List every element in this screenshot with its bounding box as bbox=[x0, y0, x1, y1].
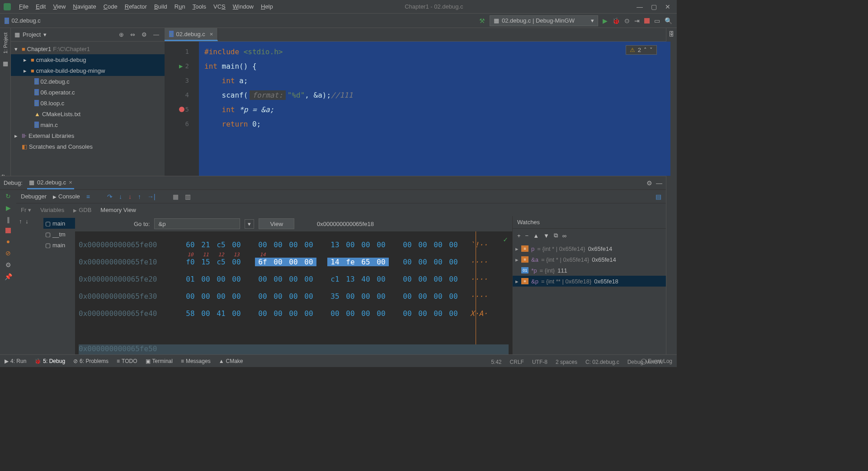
memory-byte[interactable]: 00 bbox=[400, 240, 415, 249]
menu-help[interactable]: Help bbox=[257, 3, 277, 10]
tree-file[interactable]: c08.loop.c bbox=[11, 98, 165, 108]
memory-byte[interactable]: 00 bbox=[229, 240, 244, 249]
up-icon[interactable]: ˄ bbox=[644, 47, 647, 53]
step-over-icon[interactable]: ↷ bbox=[107, 193, 113, 200]
memory-byte[interactable]: 00 bbox=[373, 240, 389, 249]
gutter-line[interactable]: 4 bbox=[165, 88, 193, 102]
memory-byte[interactable]: 00 bbox=[446, 309, 461, 318]
memory-byte[interactable]: 13 bbox=[327, 240, 343, 249]
force-step-icon[interactable]: ↓ bbox=[128, 193, 132, 200]
tree-file[interactable]: ▲CMakeLists.txt bbox=[11, 108, 165, 119]
run-button[interactable]: ▶ bbox=[603, 17, 608, 24]
memory-byte[interactable]: 35 bbox=[327, 292, 343, 301]
debug-tool-tab[interactable]: 🐞 5: Debug bbox=[34, 358, 65, 364]
database-icon[interactable]: 🗄 bbox=[666, 28, 677, 38]
gear-icon[interactable]: ⚙ bbox=[140, 31, 149, 38]
memory-byte[interactable]: 00 bbox=[373, 275, 389, 283]
memory-byte[interactable]: 21 bbox=[198, 240, 213, 249]
tree-folder[interactable]: ▸■ cmake-build-debug-mingw bbox=[11, 65, 165, 76]
down-icon[interactable]: ˅ bbox=[650, 47, 653, 53]
coverage-button[interactable]: ⊙ bbox=[624, 17, 630, 24]
memory-byte[interactable]: 00 bbox=[358, 309, 373, 318]
cmake-tool-tab[interactable]: ▲ CMake bbox=[219, 358, 243, 364]
problems-tool-tab[interactable]: ⊘ 6: Problems bbox=[73, 358, 108, 364]
menu-file[interactable]: File bbox=[15, 3, 32, 10]
breakpoints-icon[interactable]: ● bbox=[6, 238, 10, 245]
memory-subtab[interactable]: Memory View bbox=[100, 207, 136, 213]
menu-refactor[interactable]: Refactor bbox=[121, 3, 151, 10]
memory-byte[interactable]: 00 bbox=[270, 309, 286, 318]
menu-code[interactable]: Code bbox=[100, 3, 121, 10]
frames-subtab[interactable]: Fr ▾ bbox=[21, 207, 31, 213]
memory-row[interactable]: 0x000000000065fe006021c50000000000130000… bbox=[79, 236, 509, 253]
tree-file[interactable]: c02.debug.c bbox=[11, 76, 165, 87]
console-tab[interactable]: Console bbox=[53, 193, 80, 200]
watch-row[interactable]: ▸≡p = {int * | 0x65fe14} 0x65fe14 bbox=[513, 243, 666, 254]
pause-icon[interactable]: ∥ bbox=[7, 216, 10, 223]
memory-byte[interactable]: 00 bbox=[301, 240, 316, 249]
memory-byte[interactable]: 00 bbox=[270, 240, 286, 249]
attach-button[interactable]: ⇥ bbox=[634, 17, 640, 24]
target-icon[interactable]: ⊕ bbox=[117, 31, 126, 38]
maximize-button[interactable]: ▢ bbox=[651, 3, 657, 10]
memory-byte[interactable]: 00 bbox=[270, 275, 286, 283]
memory-byte[interactable]: 00 bbox=[415, 309, 430, 318]
memory-byte[interactable]: 00 bbox=[286, 240, 301, 249]
run-config-selector[interactable]: ▦ 02.debug.c | Debug-MinGW ▾ bbox=[490, 15, 598, 26]
build-icon[interactable]: ⚒ bbox=[479, 17, 485, 24]
memory-byte[interactable]: 00 bbox=[430, 240, 446, 249]
memory-byte[interactable]: 0013 bbox=[229, 258, 244, 266]
copy-watch-icon[interactable]: ⧉ bbox=[554, 232, 558, 239]
memory-byte[interactable]: 65 bbox=[358, 258, 373, 266]
memory-byte[interactable]: c1 bbox=[327, 275, 343, 283]
memory-byte[interactable]: 00 bbox=[286, 309, 301, 318]
memory-byte[interactable]: 00 bbox=[400, 309, 415, 318]
menu-tools[interactable]: Tools bbox=[189, 3, 210, 10]
memory-byte[interactable]: 00 bbox=[415, 275, 430, 283]
project-small-icon[interactable]: ▦ bbox=[2, 60, 9, 67]
threads-icon[interactable]: ≡ bbox=[86, 193, 90, 200]
editor-body[interactable]: 1 ▶2 3 4 5 6 #include <stdio.h> int main… bbox=[165, 42, 677, 176]
view-button[interactable]: View bbox=[259, 218, 294, 229]
menu-navigate[interactable]: Navigate bbox=[69, 3, 99, 10]
gutter-line[interactable]: 5 bbox=[165, 102, 193, 117]
memory-byte[interactable]: 00 bbox=[415, 240, 430, 249]
memory-expr-input[interactable] bbox=[154, 218, 240, 229]
resume-icon[interactable]: ▶ bbox=[6, 204, 11, 212]
watch-row[interactable]: ▸≡&p = {int ** | 0x65fe18} 0x65fe18 bbox=[513, 276, 666, 287]
memory-byte[interactable]: 00 bbox=[358, 292, 373, 301]
close-button[interactable]: ✕ bbox=[665, 3, 670, 10]
dock-icon[interactable]: ▤ bbox=[656, 193, 661, 200]
project-header-label[interactable]: Project bbox=[23, 31, 41, 38]
chevron-down-icon[interactable]: ▾ bbox=[245, 219, 254, 229]
hide-icon[interactable]: — bbox=[151, 31, 161, 38]
memory-byte[interactable]: 00 bbox=[415, 258, 430, 266]
memory-byte[interactable]: 00 bbox=[270, 292, 286, 301]
memory-byte[interactable]: 00 bbox=[430, 309, 446, 318]
code[interactable]: #include <stdio.h> int main() { int a; s… bbox=[199, 42, 670, 176]
memory-byte[interactable]: 00 bbox=[183, 292, 198, 301]
config[interactable]: Debug-MinGW bbox=[627, 359, 663, 365]
memory-byte[interactable]: 00 bbox=[343, 292, 358, 301]
memory-byte[interactable]: 00 bbox=[415, 292, 430, 301]
context[interactable]: C: 02.debug.c bbox=[585, 359, 619, 365]
run-gutter-icon[interactable]: ▶ bbox=[179, 62, 183, 70]
encoding[interactable]: UTF-8 bbox=[532, 359, 547, 365]
tree-folder[interactable]: ▸■ cmake-build-debug bbox=[11, 54, 165, 65]
gutter-line[interactable]: 1 bbox=[165, 44, 193, 59]
memory-byte[interactable]: 00 bbox=[229, 309, 244, 318]
memory-byte[interactable]: 60 bbox=[183, 240, 198, 249]
chevron-down-icon[interactable]: ▾ bbox=[43, 31, 47, 38]
memory-byte[interactable]: 00 bbox=[213, 275, 229, 283]
tree-file[interactable]: cmain.c bbox=[11, 119, 165, 130]
todo-tool-tab[interactable]: ≡ TODO bbox=[117, 358, 137, 364]
search-button[interactable]: 🔍 bbox=[665, 17, 672, 24]
frame-row[interactable]: ▢main bbox=[43, 240, 75, 250]
add-watch-icon[interactable]: + bbox=[517, 232, 521, 239]
memory-byte[interactable]: f010 bbox=[183, 258, 198, 266]
stop-button[interactable] bbox=[644, 18, 650, 24]
editor-scrollbar[interactable] bbox=[670, 42, 677, 176]
menu-edit[interactable]: Edit bbox=[32, 3, 49, 10]
frame-row[interactable]: ▢__tm bbox=[43, 229, 75, 240]
run-to-cursor-icon[interactable]: →| bbox=[147, 193, 156, 200]
